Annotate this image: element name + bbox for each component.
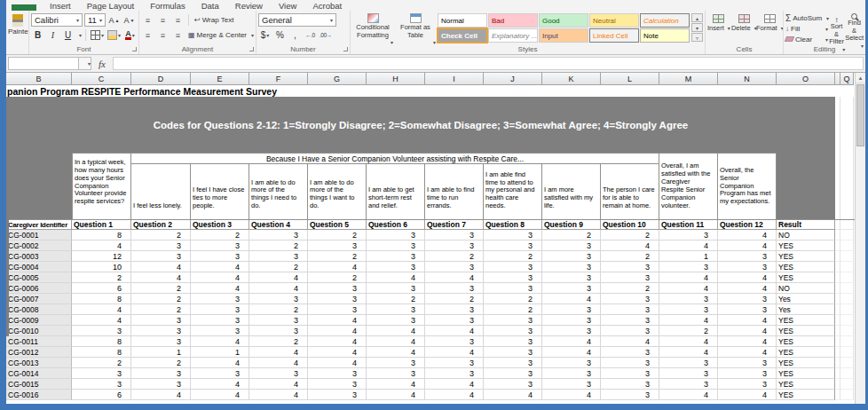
ribbon-tab-page-layout[interactable]: Page Layout xyxy=(79,1,142,11)
answer-cell[interactable]: 4 xyxy=(718,390,777,400)
header-question-10[interactable]: Question 10 xyxy=(601,220,659,230)
survey-item-cell[interactable]: I am able find time to attend to my pers… xyxy=(484,164,542,219)
answer-cell[interactable]: 3 xyxy=(659,230,718,240)
shrink-font-button[interactable]: A▼ xyxy=(122,13,136,27)
answer-cell[interactable]: 2 xyxy=(425,294,484,304)
survey-item-cell[interactable]: I am able to do more of the things I wan… xyxy=(308,164,367,219)
result-cell[interactable]: YES xyxy=(777,240,835,251)
answer-cell[interactable]: 4 xyxy=(131,262,191,272)
grid-cell[interactable] xyxy=(840,304,854,315)
answer-cell[interactable]: 4 xyxy=(484,390,542,400)
header-question-4[interactable]: Question 4 xyxy=(249,220,308,230)
column-header-c[interactable]: C xyxy=(72,73,131,85)
answer-cell[interactable]: 3 xyxy=(308,390,367,400)
merge-center-button[interactable]: ▦ Merge & Center ▾ xyxy=(186,28,256,42)
answer-cell[interactable]: 3 xyxy=(425,262,484,272)
answer-cell[interactable]: 3 xyxy=(425,315,484,326)
answer-cell[interactable]: 2 xyxy=(72,358,131,368)
answer-cell[interactable]: 4 xyxy=(718,315,777,326)
answer-cell[interactable]: 3 xyxy=(718,304,777,315)
answer-cell[interactable]: 3 xyxy=(601,358,659,368)
alignment-dialog-launcher[interactable] xyxy=(249,47,254,51)
answer-cell[interactable]: 3 xyxy=(542,240,601,251)
answer-cell[interactable]: 4 xyxy=(601,240,659,251)
caregiver-id-cell[interactable]: CG-0012 xyxy=(6,347,72,358)
ribbon-tab-data[interactable]: Data xyxy=(193,1,227,11)
answer-cell[interactable]: 3 xyxy=(249,294,308,304)
answer-cell[interactable]: 3 xyxy=(72,379,131,390)
answer-cell[interactable]: 4 xyxy=(659,390,718,400)
answer-cell[interactable]: 4 xyxy=(659,240,718,251)
answer-cell[interactable]: 4 xyxy=(131,272,191,283)
answer-cell[interactable]: 3 xyxy=(659,368,718,379)
answer-cell[interactable]: 3 xyxy=(249,251,308,262)
ribbon-tab-insert[interactable]: Insert xyxy=(42,1,79,11)
answer-cell[interactable]: 3 xyxy=(542,368,601,379)
answer-cell[interactable]: 4 xyxy=(191,336,249,347)
borders-button[interactable]: ▾ xyxy=(90,28,105,42)
answer-cell[interactable]: 3 xyxy=(72,368,131,379)
answer-cell[interactable]: 4 xyxy=(425,272,484,283)
answer-cell[interactable]: 4 xyxy=(308,262,367,272)
answer-cell[interactable]: 3 xyxy=(425,230,484,240)
chevron-down-icon[interactable]: ▾ xyxy=(76,32,82,38)
answer-cell[interactable]: 3 xyxy=(542,283,601,294)
answer-cell[interactable]: 4 xyxy=(659,347,718,358)
file-tab[interactable] xyxy=(12,4,36,11)
answer-cell[interactable]: 3 xyxy=(425,240,484,251)
answer-cell[interactable]: 1 xyxy=(659,251,718,262)
header-question-12[interactable]: Question 12 xyxy=(718,220,777,230)
column-header-m[interactable]: M xyxy=(659,73,718,85)
answer-cell[interactable]: 4 xyxy=(659,283,718,294)
gray-merged-cell[interactable] xyxy=(777,153,835,219)
answer-cell[interactable]: 4 xyxy=(718,283,777,294)
result-cell[interactable]: NO xyxy=(777,283,835,294)
result-cell[interactable]: YES xyxy=(777,368,835,379)
answer-cell[interactable]: 4 xyxy=(249,347,308,358)
grid-cell[interactable] xyxy=(840,358,854,368)
answer-cell[interactable]: 2 xyxy=(601,251,659,262)
answer-cell[interactable]: 4 xyxy=(72,304,131,315)
answer-cell[interactable]: 3 xyxy=(367,283,425,294)
answer-cell[interactable]: 4 xyxy=(425,347,484,358)
header-question-11[interactable]: Question 11 xyxy=(659,220,718,230)
style-good[interactable]: Good xyxy=(539,13,588,28)
grid-cell[interactable] xyxy=(840,272,854,283)
answer-cell[interactable]: 3 xyxy=(542,315,601,326)
answer-cell[interactable]: 2 xyxy=(249,240,308,251)
style-check-cell[interactable]: Check Cell xyxy=(438,28,487,43)
grid-cell[interactable] xyxy=(840,262,854,272)
answer-cell[interactable]: 12 xyxy=(72,251,131,262)
answer-cell[interactable]: 4 xyxy=(659,336,718,347)
answer-cell[interactable]: 4 xyxy=(659,315,718,326)
answer-cell[interactable]: 4 xyxy=(601,336,659,347)
align-bottom-button[interactable]: ≡ xyxy=(171,13,185,27)
header-question-5[interactable]: Question 5 xyxy=(308,220,367,230)
answer-cell[interactable]: 4 xyxy=(542,336,601,347)
style-neutral[interactable]: Neutral xyxy=(589,13,639,28)
sort-filter-button[interactable]: ↕ Sort & Filter ▾ xyxy=(828,12,845,44)
answer-cell[interactable]: 2 xyxy=(131,358,191,368)
answer-cell[interactable]: 2 xyxy=(72,272,131,283)
answer-cell[interactable]: 3 xyxy=(601,326,659,336)
answer-cell[interactable]: 3 xyxy=(542,358,601,368)
answer-cell[interactable]: 4 xyxy=(249,283,308,294)
answer-cell[interactable]: 3 xyxy=(659,358,718,368)
name-box-dropdown[interactable]: ▾ xyxy=(79,57,91,70)
result-cell[interactable]: YES xyxy=(777,262,835,272)
insert-cells-button[interactable]: Insert▾ xyxy=(707,14,730,44)
survey-item-cell[interactable]: I am able to find time to run errands. xyxy=(425,164,484,219)
answer-cell[interactable]: 4 xyxy=(191,358,249,368)
caregiver-id-cell[interactable]: CG-0014 xyxy=(6,368,72,379)
column-header-e[interactable]: E xyxy=(191,73,249,85)
answer-cell[interactable]: 3 xyxy=(484,347,542,358)
font-color-button[interactable]: A▾ xyxy=(123,28,137,42)
answer-cell[interactable]: 3 xyxy=(659,262,718,272)
survey-item-cell[interactable]: I am able to do more of the things I nee… xyxy=(249,164,308,219)
answer-cell[interactable]: 3 xyxy=(425,283,484,294)
answer-cell[interactable]: 3 xyxy=(131,326,191,336)
style-bad[interactable]: Bad xyxy=(488,13,538,28)
column-header-h[interactable]: H xyxy=(367,73,425,85)
vertical-scrollbar[interactable]: ▴ xyxy=(855,73,865,404)
font-size-select[interactable]: 11 ▾ xyxy=(84,13,106,27)
